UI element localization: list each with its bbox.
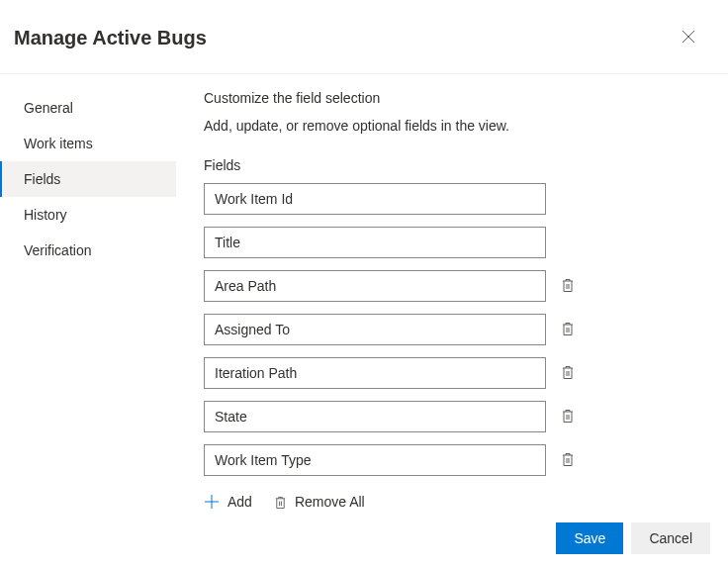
field-row: [204, 401, 708, 432]
sidebar-item-label: Work items: [24, 136, 93, 151]
sidebar-item-label: General: [24, 100, 73, 116]
sidebar-nav: General Work items Fields History Verifi…: [0, 86, 176, 510]
fields-label: Fields: [204, 157, 708, 173]
sidebar-item-label: Fields: [24, 171, 60, 187]
add-label: Add: [228, 494, 252, 510]
delete-field-button[interactable]: [558, 407, 578, 426]
sidebar-item-verification[interactable]: Verification: [0, 233, 176, 268]
sidebar-item-work-items[interactable]: Work items: [0, 126, 176, 161]
field-input[interactable]: [204, 314, 546, 345]
field-row: [204, 357, 708, 389]
field-row: [204, 270, 708, 302]
sidebar-item-general[interactable]: General: [0, 90, 176, 126]
delete-field-button[interactable]: [558, 363, 578, 383]
content-title: Customize the field selection: [204, 90, 708, 106]
save-button[interactable]: Save: [556, 522, 623, 554]
sidebar-item-label: Verification: [24, 242, 91, 258]
field-input[interactable]: [204, 270, 546, 302]
content-subtitle: Add, update, or remove optional fields i…: [204, 118, 708, 134]
plus-icon: [204, 494, 220, 510]
sidebar-item-fields[interactable]: Fields: [0, 161, 176, 197]
field-row: [204, 444, 708, 476]
field-actions: Add Remove All: [204, 494, 708, 510]
field-list: [204, 183, 708, 476]
trash-icon: [561, 321, 575, 339]
close-button[interactable]: [673, 22, 704, 53]
field-row: [204, 314, 708, 345]
trash-icon: [561, 408, 575, 426]
field-input[interactable]: [204, 183, 546, 215]
remove-all-label: Remove All: [295, 494, 365, 510]
trash-icon: [274, 495, 287, 510]
content-panel: Customize the field selection Add, updat…: [176, 86, 728, 510]
add-field-button[interactable]: Add: [204, 494, 252, 510]
field-input[interactable]: [204, 357, 546, 389]
delete-field-button[interactable]: [558, 276, 578, 296]
field-row: [204, 183, 708, 215]
sidebar-item-label: History: [24, 207, 67, 223]
field-row: [204, 227, 708, 258]
field-input[interactable]: [204, 401, 546, 432]
trash-icon: [561, 364, 575, 383]
close-icon: [682, 30, 695, 47]
field-input[interactable]: [204, 444, 546, 476]
field-input[interactable]: [204, 227, 546, 258]
trash-icon: [561, 277, 575, 296]
delete-field-button[interactable]: [558, 320, 578, 339]
cancel-button[interactable]: Cancel: [631, 522, 710, 554]
trash-icon: [561, 451, 575, 470]
remove-all-button[interactable]: Remove All: [274, 494, 365, 510]
sidebar-item-history[interactable]: History: [0, 197, 176, 233]
dialog-header: Manage Active Bugs: [0, 0, 728, 74]
dialog-footer: Save Cancel: [556, 522, 710, 554]
delete-field-button[interactable]: [558, 450, 578, 470]
dialog-title: Manage Active Bugs: [14, 27, 207, 49]
